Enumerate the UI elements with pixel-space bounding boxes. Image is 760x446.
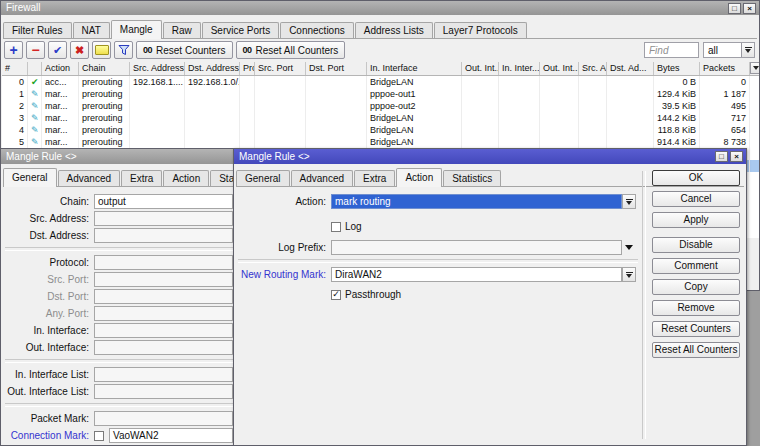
column-header-src-address[interactable]: Src. Address xyxy=(130,62,185,75)
table-cell-proto xyxy=(240,76,255,88)
tab-general[interactable]: General xyxy=(3,168,57,187)
dst-address-input[interactable] xyxy=(94,228,233,243)
tab-action[interactable]: Action xyxy=(396,168,442,187)
tab-action[interactable]: Action xyxy=(163,170,209,186)
column-header-icon[interactable]: # xyxy=(2,62,28,75)
column-header-src-port[interactable]: Src. Port xyxy=(255,62,306,75)
disable-button[interactable]: Disable xyxy=(652,237,740,253)
table-cell-src_address xyxy=(130,100,185,112)
connection-mark-input[interactable]: VaoWAN2 xyxy=(109,428,233,443)
tab-extra[interactable]: Extra xyxy=(354,170,395,186)
tab-nat[interactable]: NAT xyxy=(73,22,110,38)
tab-address-lists[interactable]: Address Lists xyxy=(355,22,433,38)
dropdown-icon[interactable] xyxy=(622,194,636,209)
column-header-bytes[interactable]: Bytes xyxy=(654,62,700,75)
tab-advanced[interactable]: Advanced xyxy=(291,170,353,186)
src-address-field-row: Src. Address: xyxy=(1,211,233,226)
out-interface-input[interactable] xyxy=(94,340,233,355)
table-row[interactable]: 0✔acc...prerouting192.168.1....192.168.1… xyxy=(2,76,759,88)
log-checkbox[interactable]: ✓ xyxy=(331,222,341,232)
close-icon[interactable]: × xyxy=(730,151,743,162)
log-prefix-label: Log Prefix: xyxy=(234,242,331,253)
tab-statistics[interactable]: Statistics xyxy=(443,170,501,186)
table-row[interactable]: 4✎mar...preroutingBridgeLAN118.8 KiB654 xyxy=(2,124,759,136)
disable-rule-button[interactable]: ✖ xyxy=(70,41,89,59)
column-header-src-ad[interactable]: Src. Ad... xyxy=(579,62,607,75)
apply-button[interactable]: Apply xyxy=(652,212,740,228)
tab-advanced[interactable]: Advanced xyxy=(58,170,120,186)
comment-button[interactable] xyxy=(92,41,111,59)
table-row[interactable]: 2✎mar...preroutingpppoe-out239.5 KiB495 xyxy=(2,100,759,112)
chevron-down-icon[interactable] xyxy=(622,240,636,255)
column-header-out-int[interactable]: Out. Int... xyxy=(540,62,579,75)
column-header-icon[interactable] xyxy=(28,62,42,75)
tab-layer7-protocols[interactable]: Layer7 Protocols xyxy=(434,22,527,38)
tab-raw[interactable]: Raw xyxy=(163,22,201,38)
filter-scope-dropdown[interactable]: all xyxy=(703,42,755,58)
column-header-dst-port[interactable]: Dst. Port xyxy=(306,62,367,75)
tab-service-ports[interactable]: Service Ports xyxy=(202,22,279,38)
tab-mangle[interactable]: Mangle xyxy=(111,20,162,39)
column-header-in-interface[interactable]: In. Interface xyxy=(367,62,462,75)
add-rule-button[interactable]: + xyxy=(4,41,23,59)
src-address-input[interactable] xyxy=(94,211,233,226)
maximize-icon[interactable]: □ xyxy=(728,3,741,14)
dialog-titlebar[interactable]: Mangle Rule <> □ × xyxy=(234,149,746,164)
reset-counters-button[interactable]: Reset Counters xyxy=(652,321,740,337)
protocol-label: Protocol: xyxy=(1,257,94,268)
filter-button[interactable] xyxy=(114,41,133,59)
table-cell-src_address xyxy=(130,88,185,100)
dropdown-icon[interactable] xyxy=(741,43,754,57)
column-header-packets[interactable]: Packets xyxy=(700,62,750,75)
ok-button[interactable]: OK xyxy=(652,170,740,186)
table-row[interactable]: 5✎mar...preroutingBridgeLAN914.4 KiB8 73… xyxy=(2,136,759,148)
table-cell-src_port xyxy=(255,100,306,112)
reset-counters-button[interactable]: 00 Reset Counters xyxy=(136,41,233,59)
table-cell-dst_alist xyxy=(607,112,654,124)
packet-mark-input[interactable] xyxy=(94,411,233,426)
column-header-out-int[interactable]: Out. Int... xyxy=(462,62,499,75)
dropdown-icon[interactable] xyxy=(622,267,636,282)
column-selector-button[interactable] xyxy=(750,62,759,74)
comment-button[interactable]: Comment xyxy=(652,258,740,274)
protocol-input[interactable] xyxy=(94,255,233,270)
column-header-dst-address[interactable]: Dst. Address xyxy=(185,62,240,75)
connection-mark-checkbox[interactable]: ✓ xyxy=(94,431,104,441)
firewall-titlebar[interactable]: Firewall □ × xyxy=(1,1,759,15)
enable-rule-button[interactable]: ✔ xyxy=(48,41,67,59)
remove-rule-button[interactable]: − xyxy=(26,41,45,59)
new-routing-mark-label[interactable]: New Routing Mark: xyxy=(234,269,331,280)
find-input[interactable] xyxy=(644,42,699,58)
connection-mark-label[interactable]: Connection Mark: xyxy=(1,430,94,441)
chain-input[interactable]: output xyxy=(94,194,233,209)
column-header-chain[interactable]: Chain xyxy=(79,62,130,75)
passthrough-checkbox[interactable]: ✓ xyxy=(331,290,341,300)
new-routing-mark-field-row: New Routing Mark: DiraWAN2 xyxy=(234,267,636,282)
table-row[interactable]: 1✎mar...preroutingpppoe-out1129.4 KiB1 1… xyxy=(2,88,759,100)
in-interface-list-input[interactable] xyxy=(94,367,233,382)
column-header-in-inter[interactable]: In. Inter... xyxy=(499,62,540,75)
copy-button[interactable]: Copy xyxy=(652,279,740,295)
action-dropdown[interactable]: mark routing xyxy=(331,194,622,209)
reset-all-counters-button[interactable]: 00 Reset All Counters xyxy=(236,41,346,59)
in-interface-list-label: In. Interface List: xyxy=(1,369,94,380)
close-icon[interactable]: × xyxy=(743,3,756,14)
table-row[interactable]: 3✎mar...preroutingBridgeLAN144.2 KiB717 xyxy=(2,112,759,124)
out-interface-list-input[interactable] xyxy=(94,384,233,399)
tab-extra[interactable]: Extra xyxy=(121,170,162,186)
column-header-action[interactable]: Action xyxy=(42,62,79,75)
cancel-button[interactable]: Cancel xyxy=(652,191,740,207)
column-header-proto[interactable]: Proto... xyxy=(240,62,255,75)
table-cell-id: 3 xyxy=(2,112,28,124)
reset-all-counters-button[interactable]: Reset All Counters xyxy=(652,342,740,358)
dialog-titlebar[interactable]: Mangle Rule <> xyxy=(1,149,239,164)
tab-filter-rules[interactable]: Filter Rules xyxy=(3,22,72,38)
tab-connections[interactable]: Connections xyxy=(280,22,354,38)
in-interface-input[interactable] xyxy=(94,323,233,338)
column-header-dst-ad[interactable]: Dst. Ad... xyxy=(607,62,654,75)
remove-button[interactable]: Remove xyxy=(652,300,740,316)
maximize-icon[interactable]: □ xyxy=(715,151,728,162)
new-routing-mark-input[interactable]: DiraWAN2 xyxy=(331,267,622,282)
log-prefix-input[interactable] xyxy=(331,240,622,255)
tab-general[interactable]: General xyxy=(236,170,290,186)
